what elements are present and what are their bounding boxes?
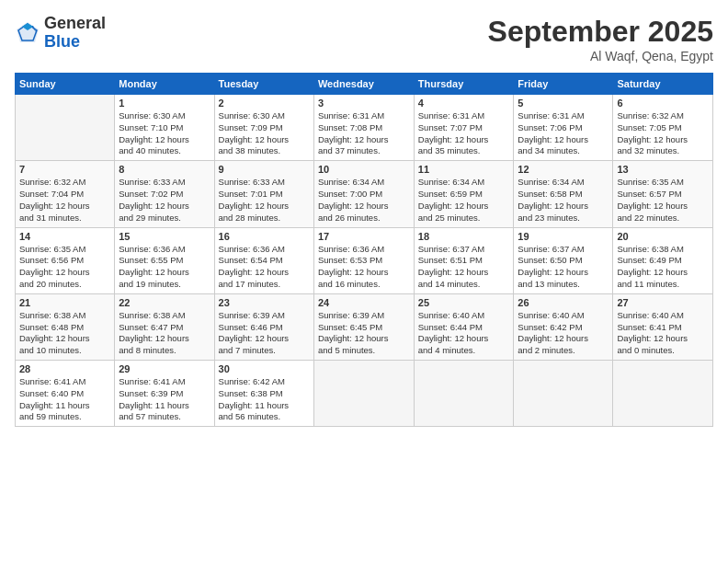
calendar-cell: 7Sunrise: 6:32 AM Sunset: 7:04 PM Daylig… (16, 161, 115, 227)
calendar-cell: 18Sunrise: 6:37 AM Sunset: 6:51 PM Dayli… (414, 227, 514, 293)
day-info: Sunrise: 6:40 AM Sunset: 6:41 PM Dayligh… (617, 310, 709, 357)
calendar-cell (414, 361, 514, 427)
calendar-cell: 5Sunrise: 6:31 AM Sunset: 7:06 PM Daylig… (514, 95, 613, 161)
logo-icon (15, 20, 40, 46)
calendar-cell: 9Sunrise: 6:33 AM Sunset: 7:01 PM Daylig… (214, 161, 313, 227)
day-number: 12 (518, 164, 609, 175)
calendar-cell: 12Sunrise: 6:34 AM Sunset: 6:58 PM Dayli… (514, 161, 613, 227)
day-info: Sunrise: 6:31 AM Sunset: 7:07 PM Dayligh… (418, 110, 510, 157)
weekday-header-row: Sunday Monday Tuesday Wednesday Thursday… (16, 74, 713, 95)
day-info: Sunrise: 6:30 AM Sunset: 7:10 PM Dayligh… (119, 110, 210, 157)
calendar-cell: 4Sunrise: 6:31 AM Sunset: 7:07 PM Daylig… (414, 95, 514, 161)
day-info: Sunrise: 6:40 AM Sunset: 6:42 PM Dayligh… (518, 310, 609, 357)
day-number: 10 (318, 164, 410, 175)
day-number: 13 (617, 164, 709, 175)
calendar-page: General Blue September 2025 Al Waqf, Qen… (0, 0, 728, 563)
day-number: 22 (119, 297, 210, 308)
logo-general: General (44, 15, 106, 33)
day-info: Sunrise: 6:36 AM Sunset: 6:54 PM Dayligh… (219, 244, 310, 291)
calendar-week-5: 28Sunrise: 6:41 AM Sunset: 6:40 PM Dayli… (16, 361, 713, 427)
calendar-week-4: 21Sunrise: 6:38 AM Sunset: 6:48 PM Dayli… (16, 293, 713, 360)
header-tuesday: Tuesday (214, 74, 313, 95)
day-number: 20 (617, 231, 709, 242)
calendar-cell: 22Sunrise: 6:38 AM Sunset: 6:47 PM Dayli… (115, 293, 214, 360)
calendar-cell: 26Sunrise: 6:40 AM Sunset: 6:42 PM Dayli… (514, 293, 613, 360)
day-number: 28 (19, 363, 110, 374)
title-section: September 2025 Al Waqf, Qena, Egypt (488, 15, 713, 63)
calendar-cell: 3Sunrise: 6:31 AM Sunset: 7:08 PM Daylig… (313, 95, 414, 161)
header-friday: Friday (514, 74, 613, 95)
day-number: 9 (219, 164, 310, 175)
calendar-cell: 23Sunrise: 6:39 AM Sunset: 6:46 PM Dayli… (214, 293, 313, 360)
logo-text: General Blue (44, 15, 106, 52)
location: Al Waqf, Qena, Egypt (488, 49, 713, 63)
day-number: 29 (119, 363, 210, 374)
page-header: General Blue September 2025 Al Waqf, Qen… (15, 15, 713, 63)
day-info: Sunrise: 6:35 AM Sunset: 6:57 PM Dayligh… (617, 177, 709, 224)
day-number: 19 (518, 231, 609, 242)
day-info: Sunrise: 6:39 AM Sunset: 6:46 PM Dayligh… (219, 310, 310, 357)
header-wednesday: Wednesday (313, 74, 414, 95)
calendar-cell: 29Sunrise: 6:41 AM Sunset: 6:39 PM Dayli… (115, 361, 214, 427)
day-number: 27 (617, 297, 709, 308)
day-number: 4 (418, 98, 510, 109)
day-info: Sunrise: 6:31 AM Sunset: 7:08 PM Dayligh… (318, 110, 410, 157)
day-info: Sunrise: 6:42 AM Sunset: 6:38 PM Dayligh… (219, 376, 310, 423)
day-info: Sunrise: 6:35 AM Sunset: 6:56 PM Dayligh… (19, 244, 110, 291)
day-info: Sunrise: 6:34 AM Sunset: 6:59 PM Dayligh… (418, 177, 510, 224)
day-number: 11 (418, 164, 510, 175)
calendar-cell: 30Sunrise: 6:42 AM Sunset: 6:38 PM Dayli… (214, 361, 313, 427)
day-info: Sunrise: 6:41 AM Sunset: 6:39 PM Dayligh… (119, 376, 210, 423)
calendar-cell: 20Sunrise: 6:38 AM Sunset: 6:49 PM Dayli… (613, 227, 713, 293)
day-number: 26 (518, 297, 609, 308)
day-info: Sunrise: 6:33 AM Sunset: 7:01 PM Dayligh… (219, 177, 310, 224)
calendar-cell: 28Sunrise: 6:41 AM Sunset: 6:40 PM Dayli… (16, 361, 115, 427)
calendar-cell: 21Sunrise: 6:38 AM Sunset: 6:48 PM Dayli… (16, 293, 115, 360)
calendar-cell: 16Sunrise: 6:36 AM Sunset: 6:54 PM Dayli… (214, 227, 313, 293)
calendar-cell: 6Sunrise: 6:32 AM Sunset: 7:05 PM Daylig… (613, 95, 713, 161)
day-number: 15 (119, 231, 210, 242)
month-title: September 2025 (488, 15, 713, 49)
calendar-cell (16, 95, 115, 161)
calendar-cell: 14Sunrise: 6:35 AM Sunset: 6:56 PM Dayli… (16, 227, 115, 293)
calendar-cell: 8Sunrise: 6:33 AM Sunset: 7:02 PM Daylig… (115, 161, 214, 227)
day-number: 5 (518, 98, 609, 109)
day-number: 30 (219, 363, 310, 374)
day-number: 25 (418, 297, 510, 308)
day-info: Sunrise: 6:38 AM Sunset: 6:48 PM Dayligh… (19, 310, 110, 357)
calendar-cell (514, 361, 613, 427)
day-number: 18 (418, 231, 510, 242)
day-info: Sunrise: 6:36 AM Sunset: 6:55 PM Dayligh… (119, 244, 210, 291)
logo-blue: Blue (44, 33, 106, 52)
calendar-cell: 17Sunrise: 6:36 AM Sunset: 6:53 PM Dayli… (313, 227, 414, 293)
calendar-cell: 10Sunrise: 6:34 AM Sunset: 7:00 PM Dayli… (313, 161, 414, 227)
calendar-cell (613, 361, 713, 427)
day-number: 1 (119, 98, 210, 109)
logo: General Blue (15, 15, 106, 52)
day-info: Sunrise: 6:37 AM Sunset: 6:50 PM Dayligh… (518, 244, 609, 291)
day-number: 3 (318, 98, 410, 109)
day-info: Sunrise: 6:34 AM Sunset: 7:00 PM Dayligh… (318, 177, 410, 224)
calendar-week-1: 1Sunrise: 6:30 AM Sunset: 7:10 PM Daylig… (16, 95, 713, 161)
day-info: Sunrise: 6:40 AM Sunset: 6:44 PM Dayligh… (418, 310, 510, 357)
day-info: Sunrise: 6:41 AM Sunset: 6:40 PM Dayligh… (19, 376, 110, 423)
day-number: 14 (19, 231, 110, 242)
day-number: 7 (19, 164, 110, 175)
day-number: 2 (219, 98, 310, 109)
day-info: Sunrise: 6:31 AM Sunset: 7:06 PM Dayligh… (518, 110, 609, 157)
header-saturday: Saturday (613, 74, 713, 95)
day-info: Sunrise: 6:37 AM Sunset: 6:51 PM Dayligh… (418, 244, 510, 291)
calendar-cell: 24Sunrise: 6:39 AM Sunset: 6:45 PM Dayli… (313, 293, 414, 360)
calendar-cell: 11Sunrise: 6:34 AM Sunset: 6:59 PM Dayli… (414, 161, 514, 227)
day-number: 24 (318, 297, 410, 308)
calendar-cell: 2Sunrise: 6:30 AM Sunset: 7:09 PM Daylig… (214, 95, 313, 161)
day-info: Sunrise: 6:30 AM Sunset: 7:09 PM Dayligh… (219, 110, 310, 157)
day-info: Sunrise: 6:36 AM Sunset: 6:53 PM Dayligh… (318, 244, 410, 291)
day-info: Sunrise: 6:32 AM Sunset: 7:05 PM Dayligh… (617, 110, 709, 157)
calendar-cell: 1Sunrise: 6:30 AM Sunset: 7:10 PM Daylig… (115, 95, 214, 161)
calendar-body: 1Sunrise: 6:30 AM Sunset: 7:10 PM Daylig… (16, 95, 713, 427)
day-info: Sunrise: 6:38 AM Sunset: 6:49 PM Dayligh… (617, 244, 709, 291)
calendar-cell: 13Sunrise: 6:35 AM Sunset: 6:57 PM Dayli… (613, 161, 713, 227)
day-info: Sunrise: 6:34 AM Sunset: 6:58 PM Dayligh… (518, 177, 609, 224)
day-number: 23 (219, 297, 310, 308)
